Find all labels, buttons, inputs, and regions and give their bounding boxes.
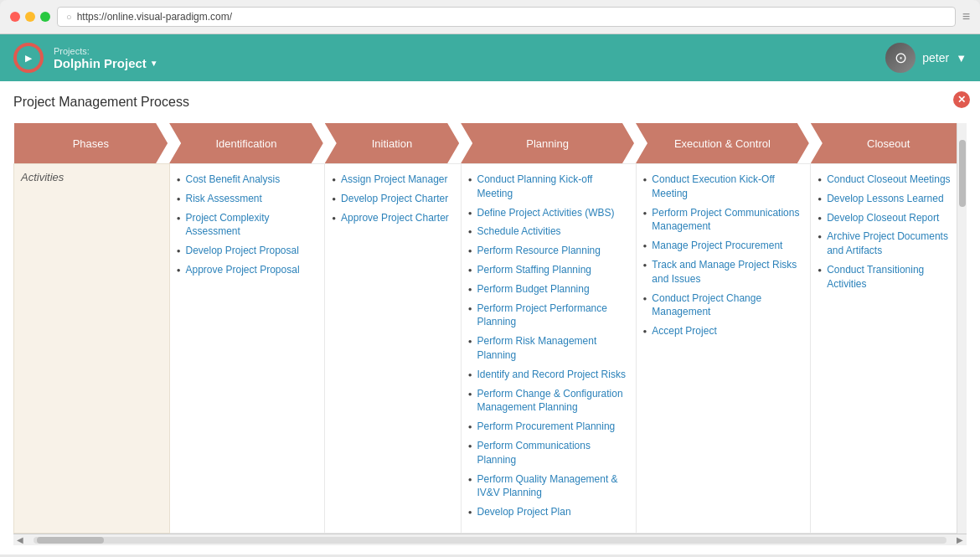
activity-list-closeout: Conduct Closeout Meetings Develop Lesson…: [818, 173, 959, 291]
list-item[interactable]: Conduct Transitioning Activities: [818, 263, 959, 291]
list-item[interactable]: Manage Project Procurement: [643, 239, 804, 253]
list-item[interactable]: Develop Project Charter: [332, 192, 453, 206]
activity-list-execution: Conduct Execution Kick-Off Meeting Perfo…: [643, 173, 804, 338]
content-wrapper: Phases Identification Initiation Plannin…: [13, 123, 967, 534]
list-item[interactable]: Conduct Project Change Management: [643, 291, 804, 320]
list-item[interactable]: Perform Change & Configuration Managemen…: [468, 387, 629, 415]
traffic-light-red[interactable]: [10, 12, 20, 22]
phase-cell-closeout: Closeout: [811, 123, 967, 164]
phase-cell-planning: Planning: [461, 123, 636, 164]
phase-arrow-identification[interactable]: Identification: [169, 123, 323, 163]
phase-arrow-closeout[interactable]: Closeout: [811, 123, 967, 163]
user-dropdown-arrow[interactable]: ▼: [956, 52, 967, 64]
process-table: Phases Identification Initiation Plannin…: [13, 123, 967, 534]
scroll-right-arrow[interactable]: ▶: [953, 535, 967, 544]
list-item[interactable]: Develop Project Proposal: [177, 244, 318, 258]
scrollbar-thumb[interactable]: [959, 140, 966, 207]
list-item[interactable]: Define Project Activities (WBS): [468, 206, 629, 220]
activities-row: Activities Cost Benefit Analysis Risk As…: [14, 164, 967, 534]
list-item[interactable]: Project Complexity Assessment: [177, 211, 318, 240]
activity-list-identification: Cost Benefit Analysis Risk Assessment Pr…: [177, 173, 318, 277]
bottom-scrollbar-track[interactable]: [34, 537, 946, 544]
list-item[interactable]: Risk Assessment: [177, 192, 318, 206]
activities-cell-identification: Cost Benefit Analysis Risk Assessment Pr…: [169, 164, 325, 534]
traffic-light-yellow[interactable]: [25, 12, 35, 22]
list-item[interactable]: Develop Lessons Learned: [818, 192, 959, 206]
list-item[interactable]: Approve Project Charter: [332, 211, 453, 225]
activities-cell-planning: Conduct Planning Kick-off Meeting Define…: [461, 164, 636, 534]
project-info: Projects: Dolphin Project ▼: [54, 46, 885, 70]
list-item[interactable]: Conduct Planning Kick-off Meeting: [468, 173, 629, 201]
menu-icon[interactable]: ≡: [962, 9, 970, 24]
user-avatar: ⊙: [885, 43, 916, 73]
list-item[interactable]: Schedule Activities: [468, 224, 629, 239]
traffic-light-green[interactable]: [40, 12, 50, 22]
phase-cell-initiation: Initiation: [325, 123, 461, 164]
list-item[interactable]: Perform Project Performance Planning: [468, 302, 629, 330]
bottom-scrollbar-thumb[interactable]: [37, 537, 104, 544]
activity-list-planning: Conduct Planning Kick-off Meeting Define…: [468, 173, 629, 519]
activities-cell-initiation: Assign Project Manager Develop Project C…: [325, 164, 461, 534]
address-icon: ○: [66, 12, 72, 22]
phase-arrow-initiation[interactable]: Initiation: [325, 123, 459, 163]
list-item[interactable]: Perform Staffing Planning: [468, 263, 629, 277]
main-content: Project Management Process ✕ Phases: [0, 81, 980, 554]
list-item[interactable]: Conduct Execution Kick-Off Meeting: [643, 173, 804, 201]
app-logo-inner: ▶: [17, 46, 40, 70]
project-name[interactable]: Dolphin Project ▼: [54, 56, 885, 70]
project-dropdown-arrow[interactable]: ▼: [150, 59, 158, 68]
list-item[interactable]: Perform Project Communications Managemen…: [643, 206, 804, 235]
phase-cell-execution: Execution & Control: [636, 123, 811, 164]
list-item[interactable]: Track and Manage Project Risks and Issue…: [643, 258, 804, 286]
list-item[interactable]: Perform Procurement Planning: [468, 420, 629, 434]
scrollbar-track[interactable]: [957, 123, 967, 534]
phase-arrow-phases[interactable]: Phases: [14, 123, 168, 163]
phase-header-row: Phases Identification Initiation Plannin…: [14, 123, 967, 164]
list-item[interactable]: Identify and Record Project Risks: [468, 368, 629, 382]
project-label: Projects:: [54, 46, 885, 56]
activities-cell-closeout: Conduct Closeout Meetings Develop Lesson…: [811, 164, 967, 534]
page-title: Project Management Process: [13, 95, 967, 110]
list-item[interactable]: Develop Project Plan: [468, 505, 629, 519]
phase-arrow-planning[interactable]: Planning: [461, 123, 634, 163]
phase-arrow-execution[interactable]: Execution & Control: [636, 123, 809, 163]
list-item[interactable]: Perform Communications Planning: [468, 439, 629, 467]
activities-label-cell: Activities: [14, 164, 170, 534]
list-item[interactable]: Perform Risk Management Planning: [468, 334, 629, 363]
username: peter: [922, 51, 949, 64]
list-item[interactable]: Accept Project: [643, 324, 804, 338]
list-item[interactable]: Approve Project Proposal: [177, 263, 318, 277]
list-item[interactable]: Archive Project Documents and Artifacts: [818, 230, 959, 258]
list-item[interactable]: Perform Resource Planning: [468, 244, 629, 258]
app-header: ▶ Projects: Dolphin Project ▼ ⊙ peter ▼: [0, 34, 980, 81]
bottom-scrollbar[interactable]: ◀ ▶: [13, 534, 967, 545]
close-button[interactable]: ✕: [953, 91, 970, 108]
app-logo: ▶: [13, 43, 44, 73]
scroll-left-arrow[interactable]: ◀: [13, 535, 27, 544]
list-item[interactable]: Perform Quality Management & IV&V Planni…: [468, 472, 629, 501]
phase-cell-identification: Identification: [169, 123, 325, 164]
list-item[interactable]: Cost Benefit Analysis: [177, 173, 318, 187]
activities-cell-execution: Conduct Execution Kick-Off Meeting Perfo…: [636, 164, 811, 534]
url-text: https://online.visual-paradigm.com/: [77, 11, 232, 23]
traffic-lights: [10, 12, 50, 22]
user-section: ⊙ peter ▼: [885, 43, 967, 73]
list-item[interactable]: Develop Closeout Report: [818, 211, 959, 225]
address-bar[interactable]: ○ https://online.visual-paradigm.com/: [57, 7, 956, 27]
list-item[interactable]: Assign Project Manager: [332, 173, 453, 187]
list-item[interactable]: Perform Budget Planning: [468, 282, 629, 297]
activity-list-initiation: Assign Project Manager Develop Project C…: [332, 173, 453, 224]
list-item[interactable]: Conduct Closeout Meetings: [818, 173, 959, 187]
browser-chrome: ○ https://online.visual-paradigm.com/ ≡: [0, 0, 980, 34]
phase-cell-phases: Phases: [14, 123, 170, 164]
